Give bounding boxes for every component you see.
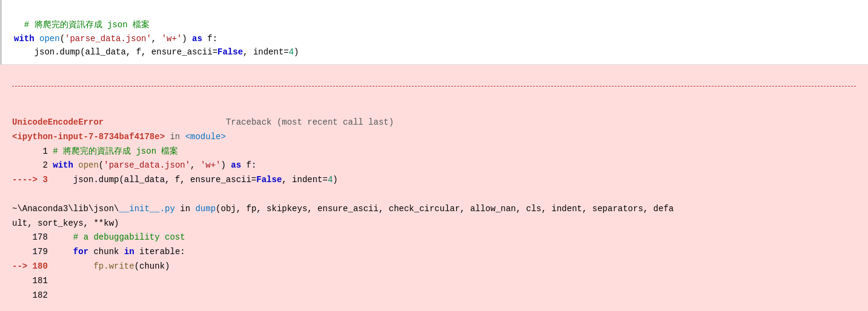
trace-178: 178 # a debuggability cost — [12, 232, 185, 242]
error-divider — [12, 86, 856, 87]
trace-line2: 2 with open('parse_data.json', 'w+') as … — [12, 160, 256, 170]
trace-179: 179 for chunk in iterable: — [12, 247, 185, 257]
cell-line1: with open('parse_data.json', 'w+') as f: — [14, 34, 217, 44]
trace-arrow3: ----> 3 json.dump(all_data, f, ensure_as… — [12, 175, 338, 185]
cell-line2: json.dump(all_data, f, ensure_ascii=Fals… — [14, 47, 299, 57]
error-file: <ipython-input-7-8734baf4178e> in <modul… — [12, 132, 226, 142]
error-cell: UnicodeEncodeError Traceback (most recen… — [0, 65, 868, 311]
trace-181: 181 — [12, 276, 48, 286]
trace-182: 182 — [12, 290, 48, 300]
code-cell-1: # 將爬完的資訊存成 json 檔案 with open('parse_data… — [0, 0, 868, 65]
trace-arrow180: --> 180 fp.write(chunk) — [12, 261, 170, 271]
trace-path: ~\Anaconda3\lib\json\__init__.py in dump… — [12, 204, 674, 228]
cell-comment: # 將爬完的資訊存成 json 檔案 — [24, 20, 150, 30]
error-header: UnicodeEncodeError Traceback (most recen… — [12, 117, 394, 127]
trace-line1: 1 # 將爬完的資訊存成 json 檔案 — [12, 146, 178, 156]
